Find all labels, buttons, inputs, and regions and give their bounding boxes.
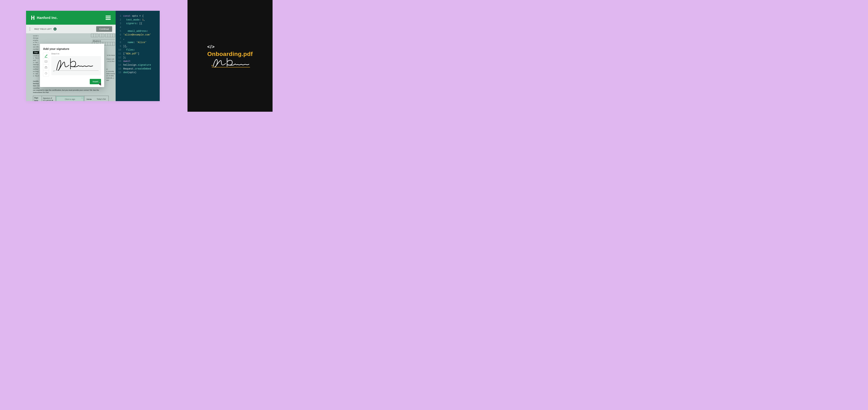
code-line: 12};: [117, 56, 158, 60]
code-content: Request.createEmbed: [123, 67, 151, 71]
code-content: await: [123, 59, 130, 63]
document-viewport[interactable]: tification N social s disrega employ a T…: [26, 33, 116, 101]
code-line: 15Request.createEmbed: [117, 67, 158, 71]
code-line: 7,: [117, 37, 158, 41]
code-line: 14hellosign.signature: [117, 63, 158, 67]
signature-canvas[interactable]: ×: [51, 56, 101, 75]
code-content: };: [123, 56, 126, 60]
line-number: 5: [117, 29, 123, 33]
doc-text-right-2: t been noti , or (c) the I: [106, 58, 115, 62]
app-header: Hanford Inc.: [26, 11, 116, 25]
signature-modal: Add your signature: [40, 44, 104, 87]
line-number: 2: [117, 18, 123, 22]
sign-here-label: Sign here: [33, 96, 42, 101]
signature-modal-title: Add your signature: [43, 47, 101, 51]
code-line: 9}],: [117, 45, 158, 48]
x-mark-icon: x: [212, 64, 213, 67]
svg-point-5: [45, 61, 46, 61]
code-content: hellosign.signature: [123, 63, 151, 67]
svg-point-4: [45, 61, 45, 61]
code-line: 13await: [117, 59, 158, 63]
line-number: 10: [117, 48, 123, 52]
code-line: 5 email_address:: [117, 29, 158, 33]
type-tab-icon[interactable]: [43, 59, 49, 64]
signature-of-label: Signature of U.S. person ▶: [42, 96, 56, 101]
app-window: Hanford Inc. REQ* FIELD LEFT 1 Continue: [26, 11, 160, 101]
code-content: const opts = {: [123, 14, 144, 18]
code-content: test_mode: 1,: [123, 18, 145, 22]
code-line: 3 signers: [{: [117, 22, 158, 26]
signature-tool-tabs: [43, 53, 49, 77]
code-line: 2 test_mode: 1,: [117, 18, 158, 22]
required-fields-count: 1: [54, 27, 57, 31]
code-content: }],: [123, 45, 128, 48]
svg-rect-3: [45, 60, 48, 62]
right-black-region: </> Onboarding.pdf x: [187, 0, 273, 112]
line-number: 4: [117, 26, 123, 29]
code-line: 1const opts = {: [117, 14, 158, 18]
draw-tab-icon[interactable]: [43, 53, 49, 59]
doc-part-header: Part: [33, 51, 39, 54]
code-content: email_address:: [123, 29, 148, 33]
svg-rect-2: [31, 18, 34, 18]
code-line: 6'alice@example.com': [117, 33, 158, 37]
code-content: ['NDA.pdf']: [123, 52, 139, 56]
left-lilac-region: Hanford Inc. REQ* FIELD LEFT 1 Continue: [0, 0, 187, 112]
required-star-icon: *: [82, 97, 83, 100]
line-number: 11: [117, 52, 123, 56]
code-content: ded(opts): [123, 71, 136, 75]
signature-graphic: x: [212, 58, 250, 68]
code-line: 4: [117, 26, 158, 29]
svg-point-7: [47, 61, 47, 61]
code-content: name: 'Alice': [123, 41, 147, 45]
ein-label: tification N: [92, 39, 115, 42]
svg-point-6: [46, 61, 46, 61]
doc-text-right-1: to be issue: [107, 54, 115, 56]
required-fields-label: REQ* FIELD LEFT: [34, 28, 52, 30]
signature-scribble: [56, 57, 97, 72]
clear-signature-icon[interactable]: ×: [53, 69, 55, 73]
file-name: Onboarding.pdf: [207, 51, 253, 57]
code-icon: </>: [207, 44, 215, 50]
line-number: 1: [117, 14, 123, 18]
todays-date: Today's Dat: [94, 96, 108, 101]
line-number: 6: [117, 33, 123, 37]
brand-name: Hanford Inc.: [37, 16, 58, 20]
code-panel: 1const opts = {2 test_mode: 1,3 signers:…: [116, 11, 160, 101]
upload-tab-icon[interactable]: [43, 64, 49, 70]
toolbar: REQ* FIELD LEFT 1 Continue: [26, 25, 116, 33]
esign-panel: Hanford Inc. REQ* FIELD LEFT 1 Continue: [26, 11, 116, 101]
code-line: 11['NDA.pdf']: [117, 52, 158, 56]
line-number: 14: [117, 63, 123, 67]
code-content: 'alice@example.com': [123, 33, 151, 37]
click-to-sign-field[interactable]: Click to sign *: [56, 96, 84, 101]
code-line: 10 files:: [117, 48, 158, 52]
code-line: 16ded(opts): [117, 71, 158, 75]
line-number: 7: [117, 37, 123, 41]
menu-icon[interactable]: [105, 16, 111, 20]
ssn-boxes: [91, 34, 115, 37]
date-label: Date▶: [84, 96, 94, 101]
brand-block: </> Onboarding.pdf x: [207, 44, 253, 68]
code-content: files:: [123, 48, 135, 52]
line-number: 16: [117, 71, 123, 75]
svg-point-11: [45, 67, 46, 68]
doc-text-right-3: ct. e currently state transa on of debt,…: [106, 68, 115, 82]
line-number: 15: [117, 67, 123, 71]
code-content: signers: [{: [123, 22, 142, 26]
line-number: 3: [117, 22, 123, 26]
line-number: 9: [117, 45, 123, 48]
brand: Hanford Inc.: [31, 15, 58, 20]
more-icon[interactable]: [30, 27, 30, 31]
signature-hint: Draw it in: [51, 53, 101, 55]
cursor-icon: [99, 82, 102, 86]
brand-logo-icon: [31, 15, 35, 20]
code-content: ,: [123, 37, 125, 41]
signature-row: Sign here Signature of U.S. person ▶ Cli…: [33, 96, 109, 101]
continue-button[interactable]: Continue: [96, 26, 112, 32]
line-number: 13: [117, 59, 123, 63]
line-number: 12: [117, 56, 123, 60]
code-line: 8 name: 'Alice': [117, 41, 158, 45]
line-number: 8: [117, 41, 123, 45]
saved-tab-icon[interactable]: [43, 70, 49, 76]
